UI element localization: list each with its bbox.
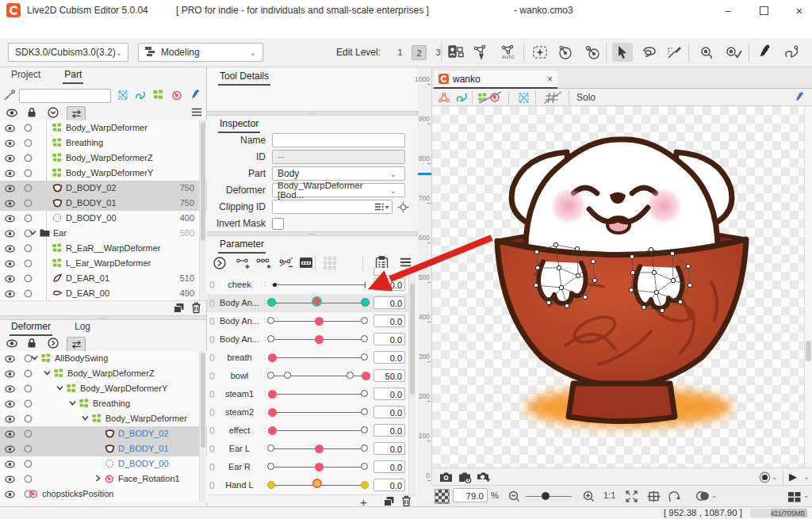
expand-collapse-icon[interactable] [48,338,59,349]
tree-row-d_body_02[interactable]: D_BODY_02 [0,426,207,441]
eye-icon[interactable] [5,414,15,426]
param-value-box[interactable]: 0.0 [373,315,405,327]
capture-add-icon[interactable] [475,469,492,485]
eye-icon[interactable] [5,214,15,225]
inspector-tab[interactable]: Inspector [218,118,260,133]
model-parts-tool-icon[interactable] [446,43,466,62]
add-key-3pt-icon[interactable] [256,258,272,272]
clipping-list-icon[interactable]: ▾ [374,203,389,211]
reorder-icon[interactable] [67,337,86,352]
slider-knob-white[interactable] [267,335,274,342]
parameter-scrollbar[interactable] [408,276,416,494]
reorder-icon[interactable] [67,106,86,121]
layout-icon[interactable] [786,489,803,505]
curve-display-icon[interactable] [453,90,470,105]
actual-size-label[interactable]: 1:1 [603,490,615,500]
slider-knob-red[interactable] [315,317,324,326]
slider-knob-red[interactable] [315,445,324,453]
brush-select-tool-icon[interactable] [665,43,685,62]
slider-knob-teal-red[interactable] [312,296,322,307]
eye-icon[interactable] [5,124,15,135]
tree-row-chopsticksposition[interactable]: chopsticksPosition [0,487,207,502]
tree-row-body_warpdeformer[interactable]: Body_WarpDeformer [0,120,207,135]
slider-knob-yellow[interactable] [267,481,275,489]
slider-knob-teal[interactable] [267,298,276,307]
deformer-display-off-icon[interactable] [477,90,504,105]
panel-menu-icon[interactable] [191,108,202,116]
lock-icon[interactable] [27,338,36,349]
deformer-tree-scrollbar[interactable] [199,351,206,502]
lock-toggle-icon[interactable] [24,460,33,471]
param-row-effect[interactable]: effect:0.0 [207,422,412,440]
slider-knob-white[interactable] [361,353,368,361]
deformer-select[interactable]: Body_WarpDeformer [Bod...⌄ [272,183,405,197]
param-slider-track[interactable] [272,430,366,431]
tree-row-r_ear__warpdeformer[interactable]: R_EaR__WarpDeformer [0,241,207,256]
tree-row-l_ear_warpdeformer[interactable]: L_Ear_WarpDeformer [0,256,207,271]
param-row-cheek[interactable]: cheek:0.0 [207,276,412,294]
sdk-version-select[interactable]: SDK3.0/Cubism3.0(3.2)⌄ [8,43,128,62]
slider-knob-red[interactable] [315,463,324,471]
rotate-view-icon[interactable] [665,488,683,504]
zoom-in-icon[interactable] [580,488,597,504]
param-link-icon[interactable] [209,299,215,310]
trash-icon[interactable] [191,302,201,316]
param-link-icon[interactable] [209,445,215,456]
param-value-box[interactable]: 0.0 [373,424,405,437]
tab-close-icon[interactable]: × [547,74,553,85]
fit-view-icon[interactable] [622,488,640,504]
param-link-icon[interactable] [209,390,215,401]
param-value-box[interactable]: 0.0 [373,333,405,345]
lock-toggle-icon[interactable] [24,169,33,180]
lock-toggle-icon[interactable] [24,259,33,270]
tree-row-d_body_00[interactable]: D_BODY_00 [0,456,207,471]
eye-icon[interactable] [5,229,15,240]
filter-curve-icon[interactable] [135,90,146,103]
transform-path-tool-icon[interactable] [530,43,550,62]
param-link-icon[interactable] [209,335,215,346]
slider-knob-white[interactable] [361,408,368,415]
param-row-ear-l[interactable]: Ear L:0.0 [207,440,412,458]
param-slider-track[interactable] [272,357,366,358]
remove-key-icon[interactable] [278,257,294,273]
collapse-icon[interactable] [44,369,51,378]
add-key-2pt-icon[interactable] [236,258,251,272]
rotate-deformer-tool-icon[interactable] [555,43,576,62]
param-row-body-an-[interactable]: Body An...:0.0 [207,294,412,312]
slider-knob-red[interactable] [315,335,324,344]
expand-icon[interactable] [94,475,102,483]
slider-knob-red[interactable] [268,426,277,435]
param-link-icon[interactable] [209,426,215,437]
glue-tool-icon[interactable] [696,43,717,62]
minimize-button[interactable]: – [716,2,740,18]
canvas-frame-icon[interactable] [645,488,662,504]
rotate-deformer2-tool-icon[interactable] [582,43,603,62]
eye-icon[interactable] [5,289,15,300]
grid-off-icon[interactable] [542,90,564,105]
layout-dropdown-icon[interactable]: ⌄ [803,491,810,499]
lock-toggle-icon[interactable] [24,244,33,255]
document-tab-wanko[interactable]: wanko × [434,71,557,89]
eye-icon[interactable] [5,384,15,395]
tab-part[interactable]: Part [63,69,83,84]
eye-icon[interactable] [5,369,15,380]
tree-row-d_body_00[interactable]: D_BODY_00400 [0,211,207,226]
slider-knob-white[interactable] [347,372,354,379]
param-link-icon[interactable] [209,481,215,492]
tab-deformer[interactable]: Deformer [10,321,52,336]
collapse-icon[interactable] [56,384,63,393]
play-icon[interactable]: ▶ [789,471,797,483]
filter-rotation-icon[interactable] [171,90,182,103]
param-value-box[interactable]: 0.0 [373,296,405,309]
filter-warp-icon[interactable] [153,90,163,102]
tree-row-d_body_01[interactable]: D_BODY_01750 [0,196,207,211]
lock-toggle-icon[interactable] [24,124,33,135]
lock-toggle-icon[interactable] [24,139,33,150]
lock-toggle-icon[interactable] [24,429,33,441]
capture-settings-icon[interactable] [456,469,473,485]
slider-knob-white[interactable] [267,463,274,470]
display-mode-dropdown-icon[interactable]: ⌄ [711,491,718,499]
eye-icon[interactable] [5,490,15,501]
param-link-icon[interactable] [209,463,215,474]
canvas-pen-icon[interactable] [791,90,808,105]
